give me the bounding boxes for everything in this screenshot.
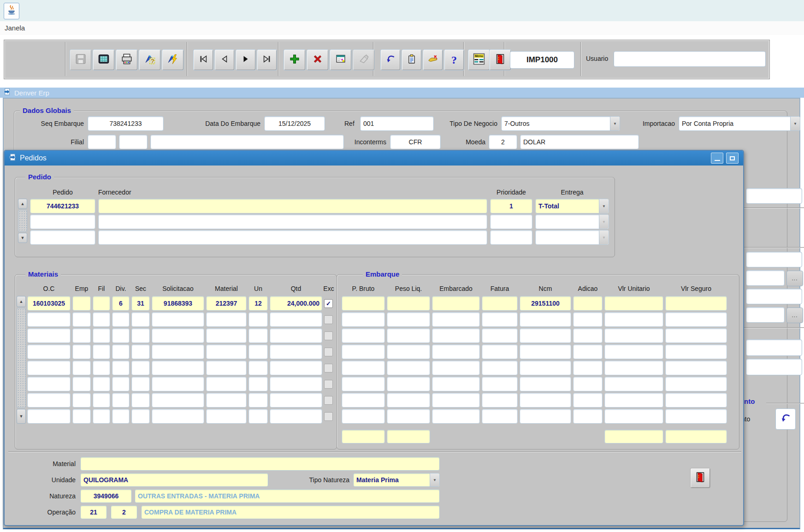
solicitacao-cell[interactable] bbox=[152, 344, 204, 359]
java-app-button[interactable] bbox=[4, 3, 19, 19]
div-cell[interactable] bbox=[112, 409, 130, 424]
fornecedor-cell[interactable] bbox=[98, 230, 487, 245]
peso-liq-cell[interactable] bbox=[387, 296, 430, 311]
vlr-seguro-cell[interactable] bbox=[665, 344, 727, 359]
fil-cell[interactable] bbox=[93, 377, 110, 391]
audit-button[interactable] bbox=[423, 49, 443, 71]
p-bruto-cell[interactable] bbox=[342, 409, 385, 424]
div-cell[interactable] bbox=[112, 393, 130, 408]
emp-cell[interactable] bbox=[72, 393, 91, 408]
vlr-seguro-cell[interactable] bbox=[665, 361, 727, 375]
material-cell[interactable]: 212397 bbox=[206, 296, 247, 311]
filial-field-1[interactable] bbox=[88, 135, 116, 149]
peso-liq-cell[interactable] bbox=[387, 361, 430, 375]
lookup-ellipsis-button[interactable]: ... bbox=[786, 307, 803, 323]
lookup-ellipsis-button[interactable]: ... bbox=[786, 271, 803, 286]
emp-cell[interactable] bbox=[72, 377, 91, 391]
un-cell[interactable] bbox=[248, 328, 268, 343]
oc-cell[interactable] bbox=[27, 328, 71, 343]
embarcado-cell[interactable] bbox=[432, 377, 480, 391]
execute-query-button[interactable] bbox=[162, 49, 184, 71]
adicao-cell[interactable] bbox=[573, 328, 603, 343]
sec-cell[interactable] bbox=[131, 328, 150, 343]
div-cell[interactable]: 6 bbox=[112, 296, 130, 311]
next-record-button[interactable] bbox=[236, 49, 256, 71]
p-bruto-cell[interactable] bbox=[342, 328, 385, 343]
data-do-embarque-field[interactable]: 15/12/2025 bbox=[264, 116, 325, 131]
scroll-up-button[interactable]: ▲ bbox=[17, 296, 26, 307]
maximize-button[interactable] bbox=[726, 153, 739, 164]
material-cell[interactable] bbox=[206, 393, 247, 408]
fatura-cell[interactable] bbox=[482, 377, 518, 391]
bg-field[interactable] bbox=[746, 359, 802, 375]
peso-liq-cell[interactable] bbox=[387, 328, 430, 343]
solicitacao-cell[interactable] bbox=[152, 361, 204, 375]
adicao-cell[interactable] bbox=[573, 361, 603, 375]
list-values-button[interactable] bbox=[330, 49, 352, 71]
div-cell[interactable] bbox=[112, 312, 130, 327]
fornecedor-cell[interactable] bbox=[98, 214, 487, 229]
clear-field-button[interactable] bbox=[353, 49, 375, 71]
exc-checkbox[interactable] bbox=[324, 315, 333, 324]
moeda-code-field[interactable]: 2 bbox=[489, 135, 517, 149]
embarcado-cell[interactable] bbox=[432, 361, 480, 375]
exc-checkbox[interactable] bbox=[324, 380, 333, 389]
dialog-exit-button[interactable] bbox=[690, 468, 710, 488]
minimize-button[interactable] bbox=[711, 153, 723, 164]
qtd-cell[interactable] bbox=[270, 377, 322, 391]
material-cell[interactable] bbox=[206, 312, 247, 327]
menu-janela[interactable]: Janela bbox=[5, 24, 25, 32]
chevron-down-icon[interactable]: ▼ bbox=[610, 117, 620, 130]
emp-cell[interactable] bbox=[72, 344, 91, 359]
emp-cell[interactable] bbox=[72, 361, 91, 375]
ncm-cell[interactable] bbox=[520, 377, 571, 391]
fil-cell[interactable] bbox=[93, 312, 110, 327]
material-cell[interactable] bbox=[206, 409, 247, 424]
qtd-cell[interactable] bbox=[270, 328, 322, 343]
fil-cell[interactable] bbox=[93, 328, 110, 343]
scroll-down-button[interactable]: ▼ bbox=[18, 233, 27, 243]
sec-cell[interactable] bbox=[131, 377, 150, 391]
bg-undo-button[interactable] bbox=[775, 408, 796, 430]
embarcado-cell[interactable] bbox=[432, 409, 480, 424]
exc-checkbox-checked[interactable]: ✓ bbox=[324, 299, 333, 308]
previous-record-button[interactable] bbox=[214, 49, 235, 71]
adicao-cell[interactable] bbox=[573, 312, 603, 327]
qtd-cell[interactable]: 24,000.000 bbox=[270, 296, 322, 311]
peso-liq-cell[interactable] bbox=[387, 409, 430, 424]
ncm-cell[interactable] bbox=[520, 393, 571, 408]
div-cell[interactable] bbox=[112, 377, 130, 391]
peso-liq-cell[interactable] bbox=[387, 312, 430, 327]
un-cell[interactable] bbox=[248, 361, 268, 375]
scrollbar-track[interactable] bbox=[18, 210, 27, 232]
exc-checkbox[interactable] bbox=[324, 396, 333, 405]
tipo-de-negocio-select[interactable]: 7-Outros▼ bbox=[501, 116, 620, 131]
oc-cell[interactable] bbox=[27, 312, 71, 327]
emp-cell[interactable] bbox=[72, 409, 91, 424]
un-cell[interactable] bbox=[248, 393, 268, 408]
vlr-unitario-cell[interactable] bbox=[604, 328, 663, 343]
un-cell[interactable] bbox=[248, 377, 268, 391]
emp-cell[interactable] bbox=[72, 328, 91, 343]
bg-field[interactable] bbox=[746, 307, 785, 323]
ref-field[interactable]: 001 bbox=[360, 116, 434, 131]
window-titlebar[interactable]: Denver Erp bbox=[0, 88, 804, 98]
fatura-cell[interactable] bbox=[482, 328, 518, 343]
enter-query-button[interactable]: ? bbox=[139, 49, 161, 71]
insert-record-button[interactable] bbox=[284, 49, 306, 71]
p-bruto-cell[interactable] bbox=[342, 312, 385, 327]
vlr-seguro-cell[interactable] bbox=[665, 393, 727, 408]
un-cell[interactable] bbox=[248, 312, 268, 327]
oc-cell[interactable] bbox=[27, 377, 71, 391]
material-cell[interactable] bbox=[206, 361, 247, 375]
sec-cell[interactable] bbox=[131, 312, 150, 327]
qtd-cell[interactable] bbox=[270, 361, 322, 375]
div-cell[interactable] bbox=[112, 328, 130, 343]
vlr-unitario-cell[interactable] bbox=[604, 377, 663, 391]
un-cell[interactable] bbox=[248, 344, 268, 359]
entrega-select[interactable]: ▼ bbox=[535, 230, 609, 245]
seq-embarque-field[interactable]: 738241233 bbox=[88, 116, 164, 131]
solicitacao-cell[interactable] bbox=[152, 312, 204, 327]
oc-cell[interactable] bbox=[27, 361, 71, 375]
fatura-cell[interactable] bbox=[482, 312, 518, 327]
